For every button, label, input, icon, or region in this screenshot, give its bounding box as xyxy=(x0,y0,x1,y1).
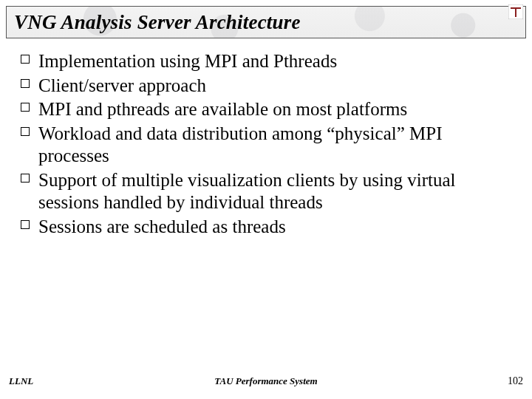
slide-title: VNG Analysis Server Architecture xyxy=(14,11,301,34)
bullet-square-icon xyxy=(21,103,30,112)
bullet-square-icon xyxy=(21,127,30,136)
bullet-text: Support of multiple visualization client… xyxy=(38,170,456,213)
bullet-text: Client/server approach xyxy=(38,75,206,95)
bullet-text: Implementation using MPI and Pthreads xyxy=(38,51,337,71)
list-item: MPI and pthreads are available on most p… xyxy=(21,98,511,121)
list-item: Client/server approach xyxy=(21,75,511,98)
bullet-square-icon xyxy=(21,79,30,88)
tau-logo-icon xyxy=(508,4,523,19)
footer: LLNL TAU Performance System 102 xyxy=(0,374,532,387)
slide: VNG Analysis Server Architecture Impleme… xyxy=(0,0,532,399)
list-item: Implementation using MPI and Pthreads xyxy=(21,50,511,73)
bullet-square-icon xyxy=(21,220,30,229)
list-item: Support of multiple visualization client… xyxy=(21,169,511,214)
bullet-text: Sessions are scheduled as threads xyxy=(38,216,286,236)
bullet-text: MPI and pthreads are available on most p… xyxy=(38,99,407,119)
title-bar: VNG Analysis Server Architecture xyxy=(6,6,526,38)
bullet-square-icon xyxy=(21,174,30,183)
bullet-list: Implementation using MPI and Pthreads Cl… xyxy=(21,50,511,239)
list-item: Sessions are scheduled as threads xyxy=(21,216,511,239)
page-number: 102 xyxy=(508,375,523,387)
footer-center-label: TAU Performance System xyxy=(0,375,532,387)
bullet-square-icon xyxy=(21,55,30,64)
list-item: Workload and data distribution among “ph… xyxy=(21,123,511,168)
bullet-text: Workload and data distribution among “ph… xyxy=(38,123,442,166)
